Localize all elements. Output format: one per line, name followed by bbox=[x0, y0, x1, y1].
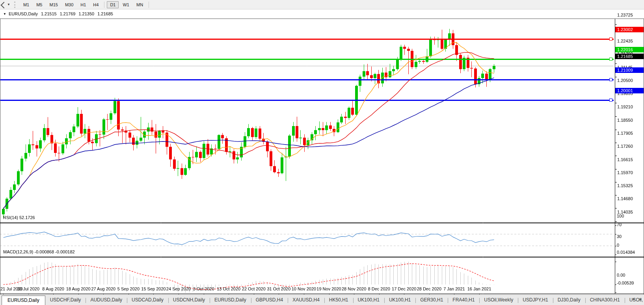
macd-axis-label: 0.00 bbox=[617, 273, 625, 277]
price-tick-label: 1.18550 bbox=[617, 118, 633, 123]
chart-tab-hk50-h1[interactable]: HK50,H1 bbox=[324, 296, 353, 305]
chart-tab-ger30-h1[interactable]: GER30,H1 bbox=[415, 296, 448, 305]
drawing-tool-icon[interactable] bbox=[1, 2, 6, 7]
timeframe-button-d1[interactable]: D1 bbox=[107, 1, 119, 8]
price-tick-label: 1.19210 bbox=[617, 104, 633, 109]
chevron-down-icon[interactable]: ▼ bbox=[7, 3, 10, 6]
toolbar-separator bbox=[149, 2, 149, 8]
date-label: 8 Aug 2020 bbox=[42, 286, 64, 291]
date-label: 7 Jan 2021 bbox=[443, 286, 465, 291]
chart-tab-usdcad-daily[interactable]: USDCAD,Daily bbox=[127, 296, 168, 305]
chart-tab-eurusd-daily[interactable]: EURUSD,Daily bbox=[2, 296, 45, 305]
date-label: 10 Nov 2020 bbox=[292, 286, 316, 291]
toolbar-separator bbox=[104, 2, 104, 8]
ohlc-high: 1.21769 bbox=[60, 11, 76, 16]
macd-indicator-label: MACD(12,26,9) -0.000868 -0.000182 bbox=[3, 249, 75, 254]
chart-tab-eurusd-daily[interactable]: EURUSD,Daily bbox=[210, 296, 251, 305]
tab-scroll-right-icon[interactable]: ► bbox=[639, 297, 642, 301]
date-label: 19 Nov 2020 bbox=[316, 286, 341, 291]
price-tick-label: 1.22435 bbox=[617, 39, 633, 43]
date-label: 24 Sep 2020 bbox=[166, 286, 191, 291]
date-label: 3 Oct 2020 bbox=[193, 286, 214, 291]
hline-price-label: 1.22016 bbox=[615, 47, 644, 52]
drawing-tool-cluster[interactable]: ▼ bbox=[0, 2, 12, 7]
chart-tab-audusd-daily[interactable]: AUDUSD,Daily bbox=[86, 296, 127, 305]
date-label: 22 Oct 2020 bbox=[242, 286, 266, 291]
rsi-level-label: 100 bbox=[617, 214, 624, 218]
chart-tab-china300-h1[interactable]: CHINA300,H1 bbox=[585, 296, 625, 305]
date-label: 5 Sep 2020 bbox=[117, 286, 140, 291]
timeframe-button-mn[interactable]: MN bbox=[133, 1, 146, 8]
chart-tab-usdjpy-h1[interactable]: USDJPY,H1 bbox=[518, 296, 553, 305]
chart-tab-fra40-h1[interactable]: FRA40,H1 bbox=[448, 296, 479, 305]
date-label: 18 Aug 2020 bbox=[66, 286, 91, 291]
timeframe-button-m5[interactable]: M5 bbox=[33, 1, 45, 8]
tab-scroll-left-icon[interactable]: ◄ bbox=[631, 297, 635, 301]
chart-tab-usdcnh-daily[interactable]: USDCNH,Daily bbox=[168, 296, 210, 305]
rsi-level-label: 70 bbox=[617, 222, 622, 227]
ohlc-close: 1.21685 bbox=[97, 11, 113, 16]
chart-tab-uk100-h1[interactable]: UK100,H1 bbox=[353, 296, 384, 305]
collapse-chart-icon[interactable]: ▼ bbox=[3, 12, 6, 16]
date-label: 16 Jan 2021 bbox=[467, 286, 491, 291]
price-tick-label: 1.15325 bbox=[617, 183, 633, 188]
timeframe-button-m15[interactable]: M15 bbox=[46, 1, 61, 8]
tab-scroll-arrows: ◄ ► bbox=[631, 297, 642, 301]
chart-tab-bar: EURUSD,DailyUSDCHF,DailyAUDUSD,DailyUSDC… bbox=[0, 294, 644, 305]
date-label: 31 Oct 2020 bbox=[267, 286, 290, 291]
chart-title: EURUSD,Daily bbox=[9, 11, 38, 16]
rsi-indicator-label: RSI(14) 52.1726 bbox=[3, 215, 35, 220]
price-tick-label: 1.20500 bbox=[617, 78, 633, 83]
price-tick-label: 1.15970 bbox=[617, 170, 633, 175]
price-tick-label: 1.17905 bbox=[617, 131, 633, 136]
chart-window bbox=[0, 9, 644, 294]
chart-header: ▼ EURUSD,Daily 1.21515 1.21769 1.21350 1… bbox=[3, 11, 113, 16]
timeframe-button-h1[interactable]: H1 bbox=[77, 1, 89, 8]
chart-canvas[interactable] bbox=[0, 9, 644, 305]
timeframe-button-h4[interactable]: H4 bbox=[90, 1, 102, 8]
date-label: 17 Dec 2020 bbox=[392, 286, 416, 291]
ohlc-open: 1.21515 bbox=[41, 11, 57, 16]
timeframe-button-m30[interactable]: M30 bbox=[62, 1, 76, 8]
price-tick-label: 1.17260 bbox=[617, 144, 633, 149]
rsi-level-label: 0 bbox=[617, 243, 619, 247]
macd-axis-label: 0.014384 bbox=[617, 250, 635, 255]
hline-price-label: 1.20001 bbox=[615, 88, 644, 93]
price-tick-label: 1.23725 bbox=[617, 13, 633, 17]
price-tick-label: 1.16615 bbox=[617, 157, 633, 162]
date-label: 28 Nov 2020 bbox=[342, 286, 366, 291]
hline-price-label: 1.21009 bbox=[615, 67, 644, 73]
date-label: 27 Aug 2020 bbox=[91, 286, 115, 291]
ohlc-low: 1.21350 bbox=[78, 11, 94, 16]
macd-axis-label: -0.00539 bbox=[617, 281, 634, 285]
chart-tab-dj30-daily[interactable]: DJ30,Daily bbox=[553, 296, 585, 305]
chart-tab-usoil-weekly[interactable]: USOil,Weekly bbox=[479, 296, 518, 305]
timeframe-button-w1[interactable]: W1 bbox=[119, 1, 132, 8]
date-label: 13 Oct 2020 bbox=[217, 286, 240, 291]
toolbar-grip-handle[interactable] bbox=[14, 2, 17, 8]
date-label: 8 Dec 2020 bbox=[368, 286, 390, 291]
trading-terminal-window: ▼ M1M5M15M30H1H4D1W1MN ▼ EURUSD,Daily 1.… bbox=[0, 0, 644, 305]
price-tick-label: 1.14680 bbox=[617, 196, 633, 201]
chart-tab-usdchf-daily[interactable]: USDCHF,Daily bbox=[45, 296, 86, 305]
rsi-level-label: 30 bbox=[617, 234, 622, 239]
hline-price-label: 1.23002 bbox=[615, 27, 644, 32]
bid-price-label: 1.21685 bbox=[615, 54, 644, 59]
chart-tab-gbpusd-h4[interactable]: GBPUSD,H4 bbox=[251, 296, 288, 305]
date-label: 28 Dec 2020 bbox=[417, 286, 441, 291]
chart-tab-xauusd-h4[interactable]: XAUUSD,H4 bbox=[288, 296, 324, 305]
chart-tab-uk100-h1[interactable]: UK100,H1 bbox=[384, 296, 415, 305]
timeframe-button-m1[interactable]: M1 bbox=[20, 1, 32, 8]
timeframe-toolbar: ▼ M1M5M15M30H1H4D1W1MN bbox=[0, 0, 644, 9]
date-label: 15 Sep 2020 bbox=[141, 286, 166, 291]
date-label: 30 Jul 2020 bbox=[17, 286, 39, 291]
